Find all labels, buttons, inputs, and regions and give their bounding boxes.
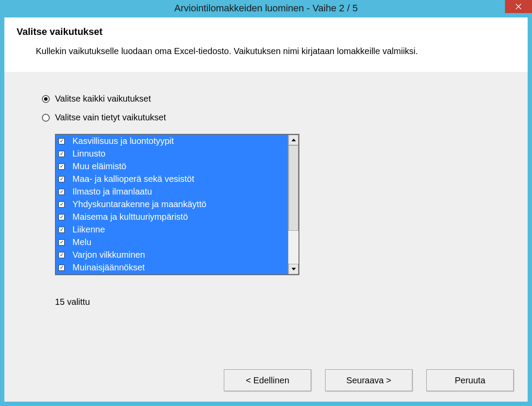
- content-area: Valitse vaikutukset Kullekin vaikutuksel…: [4, 17, 528, 402]
- checkbox-icon[interactable]: ✓: [58, 201, 65, 208]
- body-panel: Valitse kaikki vaikutukset Valitse vain …: [4, 72, 528, 316]
- list-item-label: Muu eläimistö: [72, 161, 126, 171]
- checkbox-icon[interactable]: ✓: [58, 227, 65, 233]
- close-button[interactable]: [505, 0, 532, 13]
- chevron-up-icon: [292, 139, 296, 141]
- checkbox-icon[interactable]: ✓: [58, 151, 65, 157]
- list-item-label: Liikenne: [72, 225, 105, 235]
- list-item-label: Yhdyskuntarakenne ja maankäyttö: [72, 199, 206, 209]
- scroll-up-button[interactable]: [288, 135, 299, 145]
- wizard-window: Arviointilomakkeiden luominen - Vaihe 2 …: [0, 0, 532, 406]
- header-panel: Valitse vaikutukset Kullekin vaikutuksel…: [4, 17, 528, 72]
- list-item[interactable]: ✓Maisema ja kulttuuriympäristö: [56, 211, 288, 223]
- window-title: Arviointilomakkeiden luominen - Vaihe 2 …: [174, 3, 357, 14]
- list-item-label: Maisema ja kulttuuriympäristö: [72, 212, 188, 222]
- radio-icon: [42, 114, 50, 122]
- svg-marker-2: [292, 139, 296, 141]
- checkbox-icon[interactable]: ✓: [58, 176, 65, 182]
- close-icon: [515, 3, 522, 10]
- list-item-label: Linnusto: [72, 149, 106, 159]
- list-item[interactable]: ✓Muinaisjäännökset: [56, 261, 288, 274]
- radio-select-some[interactable]: Valitse vain tietyt vaikutukset: [42, 113, 515, 123]
- radio-label-all: Valitse kaikki vaikutukset: [55, 94, 151, 104]
- list-item[interactable]: ✓Maa- ja kallioperä sekä vesistöt: [56, 173, 288, 185]
- list-item-label: Ilmasto ja ilmanlaatu: [72, 187, 152, 197]
- checkbox-icon[interactable]: ✓: [58, 214, 65, 220]
- list-item-label: Muinaisjäännökset: [72, 263, 145, 273]
- list-item[interactable]: ✓Varjon vilkkuminen: [56, 249, 288, 261]
- list-item[interactable]: ✓Melu: [56, 236, 288, 249]
- radio-select-all[interactable]: Valitse kaikki vaikutukset: [42, 94, 515, 104]
- checkbox-icon[interactable]: ✓: [58, 265, 65, 271]
- checkbox-icon[interactable]: ✓: [58, 138, 65, 144]
- wizard-buttons: < Edellinen Seuraava > Peruuta: [224, 369, 514, 391]
- page-description: Kullekin vaikutukselle luodaan oma Excel…: [36, 46, 515, 56]
- radio-icon: [42, 95, 50, 103]
- list-item-label: Kasvillisuus ja luontotyypit: [72, 136, 174, 146]
- impacts-listbox[interactable]: ✓Kasvillisuus ja luontotyypit✓Linnusto✓M…: [55, 134, 299, 275]
- selection-count: 15 valittu: [55, 297, 515, 307]
- checkbox-icon[interactable]: ✓: [58, 239, 65, 246]
- chevron-down-icon: [292, 268, 296, 270]
- listbox-items: ✓Kasvillisuus ja luontotyypit✓Linnusto✓M…: [56, 135, 288, 274]
- scroll-thumb[interactable]: [288, 145, 299, 231]
- radio-label-some: Valitse vain tietyt vaikutukset: [55, 113, 166, 123]
- cancel-button[interactable]: Peruuta: [426, 369, 514, 391]
- next-button[interactable]: Seuraava >: [325, 369, 412, 391]
- list-item-label: Maa- ja kallioperä sekä vesistöt: [72, 174, 194, 184]
- previous-button[interactable]: < Edellinen: [224, 369, 311, 391]
- scrollbar[interactable]: [288, 135, 299, 274]
- svg-marker-3: [292, 268, 296, 270]
- list-item-label: Varjon vilkkuminen: [72, 250, 145, 260]
- checkbox-icon[interactable]: ✓: [58, 164, 65, 170]
- list-item[interactable]: ✓Linnusto: [56, 147, 288, 160]
- list-item[interactable]: ✓Yhdyskuntarakenne ja maankäyttö: [56, 198, 288, 211]
- scroll-down-button[interactable]: [288, 264, 299, 274]
- checkbox-icon[interactable]: ✓: [58, 189, 65, 195]
- list-item[interactable]: ✓Liikenne: [56, 223, 288, 236]
- list-item[interactable]: ✓Ilmasto ja ilmanlaatu: [56, 185, 288, 198]
- titlebar: Arviointilomakkeiden luominen - Vaihe 2 …: [0, 0, 532, 17]
- page-heading: Valitse vaikutukset: [17, 26, 515, 38]
- list-item-label: Melu: [72, 237, 91, 247]
- checkbox-icon[interactable]: ✓: [58, 252, 65, 258]
- list-item[interactable]: ✓Kasvillisuus ja luontotyypit: [56, 135, 288, 147]
- list-item[interactable]: ✓Muu eläimistö: [56, 160, 288, 173]
